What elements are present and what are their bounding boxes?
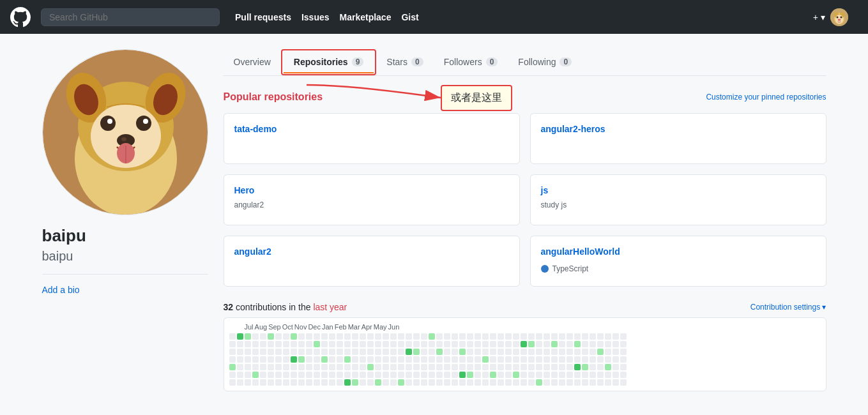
github-logo[interactable] xyxy=(10,7,31,27)
contrib-cell xyxy=(406,349,412,355)
month-dec: Dec xyxy=(308,323,321,331)
customize-pinned-link[interactable]: Customize your pinned repositories xyxy=(706,93,826,102)
contrib-cell xyxy=(452,356,458,363)
contrib-cell xyxy=(613,333,619,340)
nav-issues[interactable]: Issues xyxy=(301,12,330,22)
contrib-cell xyxy=(398,333,404,340)
contrib-cell xyxy=(567,349,573,355)
add-bio-link[interactable]: Add a bio xyxy=(42,285,208,295)
contrib-cell xyxy=(490,356,496,363)
contrib-cell xyxy=(321,364,328,370)
repo-link-angularhelloworld[interactable]: angularHelloWorld xyxy=(541,246,620,257)
contrib-week xyxy=(275,333,282,386)
contrib-cell xyxy=(252,372,259,378)
contrib-cell xyxy=(452,333,458,340)
nav-gist[interactable]: Gist xyxy=(401,12,418,22)
contrib-cell xyxy=(306,364,312,370)
nav-pull-requests[interactable]: Pull requests xyxy=(235,12,291,22)
contrib-cell xyxy=(444,372,450,378)
search-input[interactable] xyxy=(41,8,220,26)
tab-repositories[interactable]: Repositories 9 xyxy=(284,52,374,73)
contrib-cell xyxy=(367,341,374,347)
contrib-cell xyxy=(283,364,289,370)
contrib-cell xyxy=(505,372,512,378)
contrib-cell xyxy=(605,341,611,347)
repo-link-tata-demo[interactable]: tata-demo xyxy=(234,124,277,134)
month-jun: Jun xyxy=(388,323,400,331)
repo-link-hero[interactable]: Hero xyxy=(234,185,255,195)
tab-stars[interactable]: Stars 0 xyxy=(376,52,433,73)
contrib-cell xyxy=(490,364,496,370)
contrib-cell xyxy=(337,333,343,340)
contrib-week xyxy=(590,333,596,386)
contrib-cell xyxy=(390,333,397,340)
contrib-cell xyxy=(613,341,619,347)
tab-followers[interactable]: Followers 0 xyxy=(434,52,508,73)
contrib-cell xyxy=(452,341,458,347)
contrib-cell xyxy=(245,349,251,355)
contrib-cell xyxy=(528,379,535,386)
contrib-cell xyxy=(390,349,397,355)
contrib-cell xyxy=(352,349,358,355)
contributions-title: 32 contributions in the last year xyxy=(224,302,347,312)
contrib-cell xyxy=(375,364,381,370)
contrib-cell xyxy=(582,356,588,363)
contrib-cell xyxy=(421,349,427,355)
contrib-cell xyxy=(551,333,558,340)
tab-overview[interactable]: Overview xyxy=(224,52,281,73)
contrib-cell xyxy=(521,341,527,347)
contrib-cell xyxy=(513,379,519,386)
contrib-week xyxy=(482,333,489,386)
contrib-cell xyxy=(444,364,450,370)
contrib-cell xyxy=(360,349,366,355)
contribution-settings-link[interactable]: Contribution settings ▾ xyxy=(750,303,826,312)
contrib-cell xyxy=(298,333,305,340)
repo-link-js[interactable]: js xyxy=(541,185,549,195)
contrib-cell xyxy=(291,364,297,370)
contrib-cell xyxy=(283,356,289,363)
contrib-cell xyxy=(567,341,573,347)
contrib-cell xyxy=(260,356,266,363)
repo-link-angular2[interactable]: angular2 xyxy=(234,246,271,257)
contrib-cell xyxy=(398,349,404,355)
contrib-cell xyxy=(597,333,604,340)
contrib-cell xyxy=(605,364,611,370)
contrib-cell xyxy=(237,364,243,370)
content-area: Overview Repositories 9 Stars 0 Follower… xyxy=(224,49,826,391)
contrib-cell xyxy=(597,341,604,347)
contrib-cell xyxy=(245,333,251,340)
contrib-cell xyxy=(429,356,435,363)
contrib-week xyxy=(337,333,343,386)
contrib-cell xyxy=(528,341,535,347)
profile-avatar xyxy=(42,49,208,215)
followers-count: 0 xyxy=(486,57,498,66)
contrib-cell xyxy=(421,356,427,363)
user-avatar[interactable] xyxy=(830,8,848,26)
contrib-cell xyxy=(467,364,473,370)
contrib-cell xyxy=(413,372,420,378)
contrib-cell xyxy=(337,372,343,378)
create-button[interactable]: + ▾ xyxy=(813,12,825,22)
contrib-cell xyxy=(252,333,259,340)
contrib-cell xyxy=(298,372,305,378)
repo-link-angular2-heros[interactable]: angular2-heros xyxy=(541,124,605,134)
contrib-cell xyxy=(352,333,358,340)
tab-following[interactable]: Following 0 xyxy=(508,52,582,73)
contrib-cell xyxy=(291,379,297,386)
contrib-cell xyxy=(513,333,519,340)
contrib-cell xyxy=(429,341,435,347)
contrib-week xyxy=(605,333,611,386)
contrib-cell xyxy=(344,341,351,347)
month-oct: Oct xyxy=(282,323,293,331)
contrib-cell xyxy=(574,379,581,386)
contrib-cell xyxy=(490,372,496,378)
contrib-week xyxy=(383,333,389,386)
contrib-cell xyxy=(459,333,466,340)
contrib-cell xyxy=(574,356,581,363)
contrib-cell xyxy=(229,356,236,363)
contrib-cell xyxy=(260,364,266,370)
contrib-cell xyxy=(475,333,481,340)
nav-marketplace[interactable]: Marketplace xyxy=(340,12,392,22)
contrib-cell xyxy=(436,372,443,378)
contrib-cell xyxy=(344,333,351,340)
